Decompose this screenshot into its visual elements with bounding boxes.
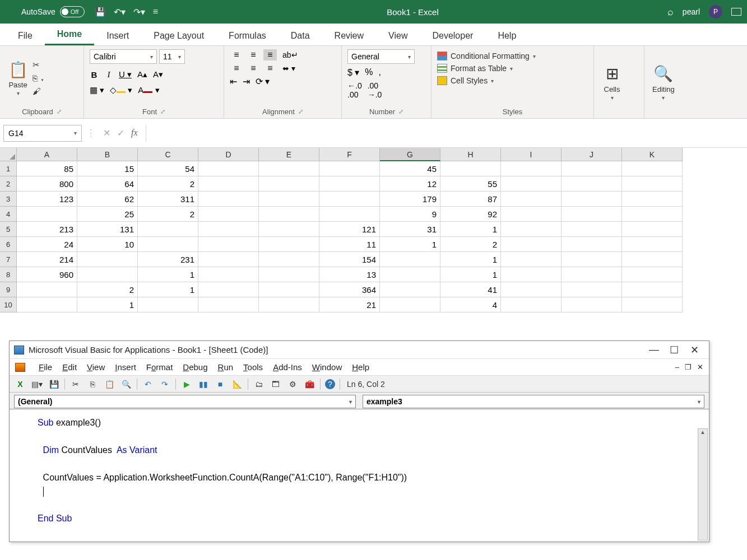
qat-customize-icon[interactable]: ≡	[153, 7, 158, 17]
clipboard-launcher-icon[interactable]: ⤢	[57, 108, 62, 115]
vba-properties-icon[interactable]: 🗔	[270, 379, 282, 390]
save-icon[interactable]: 💾	[95, 7, 106, 17]
column-header-H[interactable]: H	[440, 148, 501, 161]
row-header-4[interactable]: 4	[0, 207, 17, 222]
cell-C2[interactable]: 2	[138, 176, 198, 192]
cell-C6[interactable]	[138, 237, 198, 252]
vba-run-icon[interactable]: ▶	[180, 379, 193, 390]
cell-G1[interactable]: 45	[380, 161, 440, 176]
formula-input[interactable]	[146, 125, 744, 142]
cell-C10[interactable]	[138, 297, 198, 312]
cell-F8[interactable]: 13	[319, 267, 380, 282]
cell-B6[interactable]: 10	[77, 237, 138, 252]
cell-F7[interactable]: 154	[319, 252, 380, 267]
cell-E4[interactable]	[259, 207, 319, 222]
cell-H5[interactable]: 1	[440, 222, 501, 237]
cell-J3[interactable]	[562, 192, 622, 207]
cell-E5[interactable]	[259, 222, 319, 237]
cell-D10[interactable]	[198, 297, 259, 312]
cell-F10[interactable]: 21	[319, 297, 380, 312]
cell-C8[interactable]: 1	[138, 267, 198, 282]
cell-B7[interactable]	[77, 252, 138, 267]
format-painter-icon[interactable]: 🖌	[33, 86, 45, 96]
cell-J4[interactable]	[562, 207, 622, 222]
user-name[interactable]: pearl	[683, 7, 700, 16]
cell-C5[interactable]	[138, 222, 198, 237]
enter-formula-icon[interactable]: ✓	[117, 128, 124, 138]
align-middle-icon[interactable]: ≡	[247, 49, 260, 60]
cell-D4[interactable]	[198, 207, 259, 222]
cell-K10[interactable]	[622, 297, 683, 312]
cell-I5[interactable]	[501, 222, 562, 237]
align-left-icon[interactable]: ≡	[230, 63, 243, 74]
cell-J1[interactable]	[562, 161, 622, 176]
increase-decimal-icon[interactable]: ←.0.00	[347, 81, 362, 99]
cell-G10[interactable]	[380, 297, 440, 312]
percent-icon[interactable]: %	[365, 67, 373, 78]
vba-menu-file[interactable]: File	[39, 362, 52, 372]
cell-C7[interactable]: 231	[138, 252, 198, 267]
tab-file[interactable]: File	[6, 25, 45, 45]
vba-insert-module-icon[interactable]: ▤▾	[31, 379, 43, 390]
cell-F9[interactable]: 364	[319, 282, 380, 297]
cell-B4[interactable]: 25	[77, 207, 138, 222]
editing-button[interactable]: 🔍Editing▾	[650, 49, 677, 115]
vba-menu-format[interactable]: Format	[146, 362, 173, 372]
vba-close-icon[interactable]: ✕	[684, 344, 704, 356]
cell-G3[interactable]: 179	[380, 192, 440, 207]
vba-help-icon[interactable]: ?	[325, 379, 335, 389]
vba-object-browser-icon[interactable]: ⚙	[286, 379, 299, 390]
cell-J9[interactable]	[562, 282, 622, 297]
vba-menu-insert[interactable]: Insert	[115, 362, 136, 372]
fill-color-icon[interactable]: ◇ ▾	[110, 85, 132, 95]
vba-break-icon[interactable]: ▮▮	[197, 379, 210, 390]
vba-menu-edit[interactable]: Edit	[62, 362, 77, 372]
vba-menu-window[interactable]: Window	[312, 362, 342, 372]
currency-icon[interactable]: $ ▾	[347, 67, 359, 78]
cell-D3[interactable]	[198, 192, 259, 207]
cell-D9[interactable]	[198, 282, 259, 297]
cell-F4[interactable]	[319, 207, 380, 222]
cell-B10[interactable]: 1	[77, 297, 138, 312]
tab-help[interactable]: Help	[485, 25, 528, 45]
bold-button[interactable]: B	[90, 70, 99, 80]
tab-developer[interactable]: Developer	[420, 25, 485, 45]
orientation-icon[interactable]: ⟳ ▾	[256, 76, 270, 87]
vba-save-icon[interactable]: 💾	[48, 379, 60, 390]
cell-D6[interactable]	[198, 237, 259, 252]
cell-K9[interactable]	[622, 282, 683, 297]
tab-data[interactable]: Data	[279, 25, 322, 45]
tab-view[interactable]: View	[376, 25, 420, 45]
cancel-formula-icon[interactable]: ✕	[103, 128, 110, 138]
cell-B3[interactable]: 62	[77, 192, 138, 207]
vba-excel-icon[interactable]: X	[14, 379, 26, 390]
cell-H9[interactable]: 41	[440, 282, 501, 297]
vba-mdi-restore-icon[interactable]: ❐	[685, 363, 692, 371]
comma-icon[interactable]: ,	[379, 67, 381, 78]
cell-G9[interactable]	[380, 282, 440, 297]
vba-reset-icon[interactable]: ■	[214, 379, 226, 390]
vba-menu-debug[interactable]: Debug	[183, 362, 207, 372]
cell-F2[interactable]	[319, 176, 380, 192]
cell-E8[interactable]	[259, 267, 319, 282]
vba-menu-view[interactable]: View	[87, 362, 105, 372]
cell-I7[interactable]	[501, 252, 562, 267]
cell-A3[interactable]: 123	[17, 192, 77, 207]
font-name-dropdown[interactable]: Calibri▾	[90, 49, 157, 64]
cell-K8[interactable]	[622, 267, 683, 282]
alignment-launcher-icon[interactable]: ⤢	[298, 108, 303, 115]
column-header-A[interactable]: A	[17, 148, 77, 161]
vba-find-icon[interactable]: 🔍	[120, 379, 132, 390]
cell-B2[interactable]: 64	[77, 176, 138, 192]
paste-button[interactable]: 📋 Paste ▾	[6, 49, 30, 106]
cell-A2[interactable]: 800	[17, 176, 77, 192]
vba-titlebar[interactable]: Microsoft Visual Basic for Applications …	[10, 341, 709, 359]
column-header-G[interactable]: G	[380, 148, 440, 161]
ribbon-display-icon[interactable]	[731, 8, 741, 16]
align-top-icon[interactable]: ≡	[230, 49, 243, 60]
vba-object-dropdown[interactable]: (General)▾	[14, 395, 356, 408]
column-header-C[interactable]: C	[138, 148, 198, 161]
borders-icon[interactable]: ▦ ▾	[90, 85, 104, 95]
vba-project-icon[interactable]: 🗂	[253, 379, 265, 390]
increase-font-icon[interactable]: A▴	[137, 69, 147, 80]
